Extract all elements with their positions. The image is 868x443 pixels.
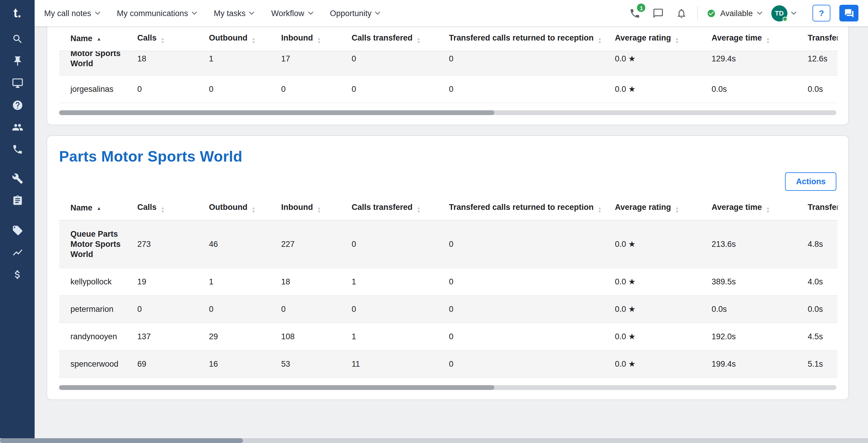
nav-item-my-tasks[interactable]: My tasks [214,9,255,18]
cell-value: 18 [137,51,193,75]
cell-value: 1 [352,277,433,287]
column-label: Transfer a [808,33,838,42]
sidebar-item-phone[interactable] [7,142,27,156]
sidebar-item-pin[interactable] [7,54,27,67]
cell-value: 0.0s [712,304,792,314]
available-check-icon [707,9,716,18]
sidebar-item-contacts[interactable] [7,121,27,134]
chevron-down-icon [95,11,100,15]
cell-value: 0 [449,84,599,94]
nav-item-label: My call notes [44,9,91,18]
sort-icon[interactable]: ▲ [97,36,101,42]
column-header-transfer-a[interactable]: Transfer a▲▼ [796,26,838,51]
column-header-calls[interactable]: Calls▲▼ [126,26,197,51]
nav-item-workflow[interactable]: Workflow [271,9,313,18]
column-header-calls-transfered[interactable]: Calls transfered▲▼ [340,196,438,220]
sidebar-item-tasks[interactable] [7,194,27,207]
app-logo[interactable]: t. [13,0,21,26]
row-name: spencerwood [70,359,121,369]
cell-value: 29 [209,332,265,342]
cell-value: 16 [209,359,265,369]
sort-icon[interactable]: ▲▼ [675,37,679,43]
sort-icon[interactable]: ▲▼ [252,37,255,43]
sort-icon[interactable]: ▲▼ [417,206,421,213]
nav-item-my-call-notes[interactable]: My call notes [44,9,100,18]
cell-value: 46 [209,239,265,249]
cell-value: 4.5s [808,332,838,342]
cell-value: 18 [281,277,336,287]
sort-icon[interactable]: ▲▼ [161,206,165,213]
support-chat-button[interactable] [839,5,859,22]
cell-value: 0.0 ★ [615,332,695,342]
cell-value: 0.0s [712,84,792,94]
scrollbar-thumb[interactable] [59,110,494,115]
cell-value: 53 [281,359,336,369]
sort-icon[interactable]: ▲▼ [675,206,679,213]
column-header-average-rating[interactable]: Average rating▲▼ [603,26,700,51]
sidebar-item-tags[interactable] [7,224,27,237]
sidebar-item-search[interactable] [7,32,27,45]
sort-icon[interactable]: ▲▼ [252,206,255,213]
sidebar-item-tools[interactable] [7,172,27,185]
table-horizontal-scrollbar[interactable] [59,110,836,115]
stats-icon [12,246,23,258]
page-horizontal-scrollbar[interactable] [0,438,868,443]
sort-icon[interactable]: ▲▼ [766,206,770,213]
table-wrap: Name▲Calls▲▼Outbound▲▼Inbound▲▼Calls tra… [59,196,838,378]
table-row: spencerwood6916531100.0 ★199.4s5.1s [59,350,838,378]
sidebar-item-help[interactable] [7,98,27,111]
cell-value: 1 [352,332,433,342]
notifications-button[interactable] [674,6,689,20]
cell-value: 0 [209,84,265,94]
scrollbar-thumb[interactable] [0,438,243,443]
table-row: kellypollock19118100.0 ★389.5s4.0s [59,268,838,296]
column-label: Calls [137,203,157,212]
cell-value: 213.6s [712,239,792,249]
column-header-inbound[interactable]: Inbound▲▼ [270,196,340,220]
table-horizontal-scrollbar[interactable] [59,385,836,390]
sort-icon[interactable]: ▲ [97,206,101,211]
column-header-outbound[interactable]: Outbound▲▼ [197,26,270,51]
column-header-calls[interactable]: Calls▲▼ [126,196,197,220]
sort-icon[interactable]: ▲▼ [766,37,770,43]
nav-item-my-communications[interactable]: My communications [117,9,197,18]
column-header-transfered-calls-returned-to-reception[interactable]: Transfered calls returned to reception▲▼ [438,196,603,220]
sort-icon[interactable]: ▲▼ [317,37,321,43]
column-header-name[interactable]: Name▲ [59,196,126,220]
user-menu[interactable]: TD [771,5,796,21]
sidebar-item-stats[interactable] [7,246,27,259]
column-header-transfered-calls-returned-to-reception[interactable]: Transfered calls returned to reception▲▼ [438,26,603,51]
column-header-transfer-a[interactable]: Transfer a▲▼ [796,196,838,220]
column-header-calls-transfered[interactable]: Calls transfered▲▼ [340,26,438,51]
column-label: Average time [712,203,762,212]
column-header-average-time[interactable]: Average time▲▼ [700,196,796,220]
column-header-name[interactable]: Name▲ [59,26,126,51]
column-header-average-time[interactable]: Average time▲▼ [700,26,796,51]
help-button[interactable]: ? [812,5,830,22]
contacts-icon [12,121,23,133]
column-label: Transfered calls returned to reception [449,33,594,42]
content-area: Name▲Calls▲▼Outbound▲▼Inbound▲▼Calls tra… [35,26,868,443]
availability-label: Available [720,9,753,18]
sort-icon[interactable]: ▲▼ [598,37,602,43]
sidebar-item-billing[interactable] [7,268,27,281]
cell-value: 4.8s [808,239,838,249]
messages-button[interactable] [651,6,665,20]
calls-button[interactable]: 1 [628,6,642,20]
sidebar-item-screen[interactable] [7,76,27,90]
column-header-inbound[interactable]: Inbound▲▼ [270,26,340,51]
column-label: Name [70,34,93,43]
cell-value: 0 [449,332,599,342]
availability-dropdown[interactable]: Available [707,9,762,18]
sort-icon[interactable]: ▲▼ [317,206,321,213]
tags-icon [12,225,23,236]
nav-item-opportunity[interactable]: Opportunity [330,9,380,18]
sidebar: t. [0,0,35,443]
scrollbar-thumb[interactable] [59,385,494,390]
sort-icon[interactable]: ▲▼ [417,37,421,43]
sort-icon[interactable]: ▲▼ [598,206,602,213]
column-header-outbound[interactable]: Outbound▲▼ [197,196,270,220]
actions-button[interactable]: Actions [785,172,836,191]
column-header-average-rating[interactable]: Average rating▲▼ [603,196,700,220]
sort-icon[interactable]: ▲▼ [161,37,165,43]
